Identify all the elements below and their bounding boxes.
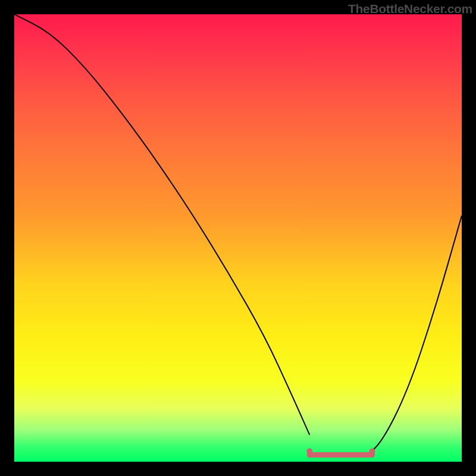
optimum-cap-right <box>369 448 375 454</box>
watermark-text: TheBottleNecker.com <box>348 2 472 16</box>
optimum-cap-left <box>306 448 312 454</box>
bottleneck-curve-svg <box>14 14 462 462</box>
curve-right-branch <box>364 215 462 457</box>
curve-left-branch <box>14 14 309 435</box>
chart-plot-area <box>14 14 462 462</box>
